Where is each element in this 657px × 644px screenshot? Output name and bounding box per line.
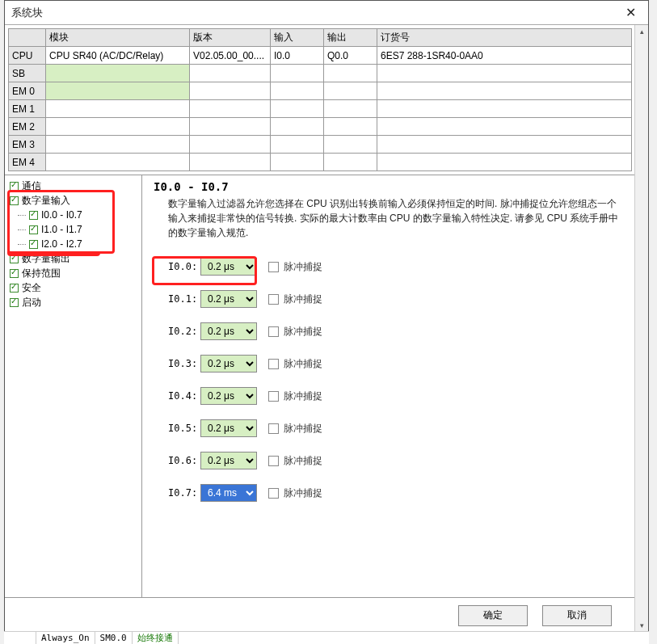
checkbox-icon[interactable] xyxy=(10,196,19,205)
table-cell[interactable] xyxy=(271,100,324,118)
table-cell[interactable] xyxy=(377,136,632,154)
table-cell[interactable]: V02.05.00_00.... xyxy=(190,47,271,65)
cancel-button[interactable]: 取消 xyxy=(542,605,612,626)
table-cell[interactable] xyxy=(271,65,324,82)
tree-item[interactable]: 保持范围 xyxy=(6,266,140,280)
table-cell[interactable] xyxy=(46,154,190,171)
col-output[interactable]: 输出 xyxy=(324,29,377,47)
tree-item[interactable]: 数字量输入 xyxy=(6,193,140,208)
col-input[interactable]: 输入 xyxy=(271,29,324,47)
row-head-cell: CPU xyxy=(9,47,46,65)
table-cell[interactable] xyxy=(46,82,190,100)
table-row[interactable]: EM 4 xyxy=(9,154,632,171)
io-filter-row: I0.3:0.2 μs脉冲捕捉 xyxy=(154,353,623,374)
table-cell[interactable] xyxy=(377,82,632,100)
col-module[interactable]: 模块 xyxy=(46,29,190,47)
filter-time-select[interactable]: 6.4 ms xyxy=(200,484,257,502)
table-cell[interactable] xyxy=(324,154,377,171)
close-icon[interactable]: ✕ xyxy=(619,4,642,22)
table-cell[interactable] xyxy=(271,136,324,154)
filter-time-select[interactable]: 0.2 μs xyxy=(200,387,257,405)
tree-item-label: I2.0 - I2.7 xyxy=(41,238,82,250)
table-cell[interactable] xyxy=(190,100,271,118)
table-cell[interactable] xyxy=(271,82,324,100)
table-cell[interactable] xyxy=(324,65,377,82)
table-cell[interactable]: CPU SR40 (AC/DC/Relay) xyxy=(46,47,190,65)
col-order[interactable]: 订货号 xyxy=(377,29,632,47)
tree-item[interactable]: I1.0 - I1.7 xyxy=(6,222,140,237)
checkbox-icon[interactable] xyxy=(10,182,19,191)
table-row[interactable]: CPUCPU SR40 (AC/DC/Relay)V02.05.00_00...… xyxy=(9,47,632,65)
io-filter-row: I0.1:0.2 μs脉冲捕捉 xyxy=(154,288,623,309)
table-cell[interactable] xyxy=(377,65,632,82)
checkbox-icon[interactable] xyxy=(10,269,19,278)
table-cell[interactable] xyxy=(324,100,377,118)
detail-pane: I0.0 - I0.7 数字量输入过滤器允许您选择在 CPU 识别出转换前输入必… xyxy=(142,175,634,597)
table-cell[interactable]: I0.0 xyxy=(271,47,324,65)
table-cell[interactable]: 6ES7 288-1SR40-0AA0 xyxy=(377,47,632,65)
scroll-up-icon[interactable]: ▴ xyxy=(635,25,648,39)
tree-item[interactable]: 安全 xyxy=(6,280,140,295)
table-cell[interactable] xyxy=(46,100,190,118)
module-table-area: 模块 版本 输入 输出 订货号 CPUCPU SR40 (AC/DC/Relay… xyxy=(5,25,648,175)
tree-item[interactable]: 数字量输出 xyxy=(6,251,140,266)
tree-item-label: I1.0 - I1.7 xyxy=(41,224,82,235)
tree-item[interactable]: 启动 xyxy=(6,295,140,309)
table-cell[interactable] xyxy=(190,136,271,154)
table-cell[interactable] xyxy=(324,82,377,100)
table-cell[interactable]: Q0.0 xyxy=(324,47,377,65)
filter-time-select[interactable]: 0.2 μs xyxy=(200,419,257,437)
filter-time-select[interactable]: 0.2 μs xyxy=(200,258,257,276)
table-row[interactable]: EM 0 xyxy=(9,82,632,100)
ok-button[interactable]: 确定 xyxy=(458,605,528,626)
pulse-capture-checkbox[interactable] xyxy=(268,326,279,337)
pulse-capture-checkbox[interactable] xyxy=(268,488,279,499)
footer-strip: Always_On SM0.0 始终接通 xyxy=(4,631,649,644)
tree-item[interactable]: 通信 xyxy=(6,179,140,193)
checkbox-icon[interactable] xyxy=(29,240,38,249)
table-cell[interactable] xyxy=(46,118,190,136)
checkbox-icon[interactable] xyxy=(10,284,19,293)
col-blank[interactable] xyxy=(9,29,46,47)
table-row[interactable]: SB xyxy=(9,65,632,82)
table-cell[interactable] xyxy=(190,118,271,136)
checkbox-icon[interactable] xyxy=(29,211,38,220)
tree-item[interactable]: I0.0 - I0.7 xyxy=(6,208,140,222)
pulse-capture-checkbox[interactable] xyxy=(268,262,279,272)
table-row[interactable]: EM 1 xyxy=(9,100,632,118)
table-cell[interactable] xyxy=(190,154,271,171)
filter-time-select[interactable]: 0.2 μs xyxy=(200,355,257,373)
filter-time-select[interactable]: 0.2 μs xyxy=(200,452,257,469)
pulse-capture-checkbox[interactable] xyxy=(268,423,279,434)
table-cell[interactable] xyxy=(324,118,377,136)
scroll-track[interactable] xyxy=(635,39,648,619)
table-cell[interactable] xyxy=(190,65,271,82)
tree-item[interactable]: I2.0 - I2.7 xyxy=(6,237,140,251)
checkbox-icon[interactable] xyxy=(10,298,19,307)
pulse-capture-checkbox[interactable] xyxy=(268,391,279,402)
table-cell[interactable] xyxy=(46,65,190,82)
table-row[interactable]: EM 2 xyxy=(9,118,632,136)
table-cell[interactable] xyxy=(190,82,271,100)
checkbox-icon[interactable] xyxy=(29,225,38,234)
pulse-capture-checkbox[interactable] xyxy=(268,359,279,369)
pulse-capture-checkbox[interactable] xyxy=(268,456,279,466)
table-cell[interactable] xyxy=(271,154,324,171)
filter-time-select[interactable]: 0.2 μs xyxy=(200,290,257,308)
pulse-capture-label: 脉冲捕捉 xyxy=(284,357,322,371)
footer-status: 始终接通 xyxy=(133,632,179,644)
dialog-button-row: 确定 取消 xyxy=(5,597,634,633)
checkbox-icon[interactable] xyxy=(10,255,19,263)
table-cell[interactable] xyxy=(324,136,377,154)
table-cell[interactable] xyxy=(271,118,324,136)
filter-time-select[interactable]: 0.2 μs xyxy=(200,322,257,340)
table-cell[interactable] xyxy=(377,118,632,136)
col-version[interactable]: 版本 xyxy=(190,29,271,47)
table-cell[interactable] xyxy=(377,154,632,171)
vertical-scrollbar[interactable]: ▴ ▾ xyxy=(634,25,648,633)
table-row[interactable]: EM 3 xyxy=(9,136,632,154)
table-cell[interactable] xyxy=(377,100,632,118)
dialog-content: ▴ ▾ 模块 版本 输入 输出 订货号 xyxy=(5,25,648,633)
table-cell[interactable] xyxy=(46,136,190,154)
pulse-capture-checkbox[interactable] xyxy=(268,294,279,305)
